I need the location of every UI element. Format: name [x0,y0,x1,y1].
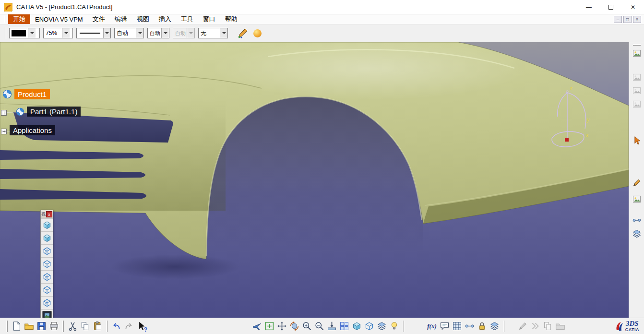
painting-icon[interactable] [632,194,642,204]
shading-icon[interactable] [41,218,53,231]
undo-button[interactable] [110,320,122,333]
menu-insert[interactable]: 插入 [154,14,176,24]
chevron-down-icon[interactable] [136,28,143,38]
render-style-icon-2 [632,85,642,96]
color-combo[interactable] [9,28,40,38]
customize-view-icon[interactable] [41,309,53,318]
rotate-button[interactable] [288,320,300,333]
thickness-combo[interactable]: 自动 [114,28,144,38]
analysis-icon[interactable] [632,228,642,239]
lock-button[interactable] [476,320,488,333]
toolbar-grip[interactable] [62,321,64,332]
menu-edit[interactable]: 编辑 [110,14,132,24]
wireframe-dashed-icon[interactable] [41,296,53,309]
3d-scene[interactable] [0,42,629,318]
zoom-input[interactable] [44,30,62,36]
new-document-button[interactable] [10,320,23,333]
shading-view-button[interactable] [350,320,363,333]
sketch-tracer-icon[interactable] [632,178,642,188]
visualization-icon[interactable] [632,48,642,59]
chevron-down-icon[interactable] [161,28,169,38]
zoom-out-button[interactable] [313,320,325,333]
expand-applications-button[interactable] [1,129,7,134]
point-style-combo[interactable]: 自动 [147,28,169,38]
tree-node-part1[interactable]: Part1 (Part1.1) [15,107,81,117]
hide-show-button[interactable] [375,320,388,333]
structure-button[interactable] [488,320,501,333]
compass-origin-point[interactable] [565,138,569,142]
constraints-icon[interactable] [632,215,642,226]
toolbar-grip[interactable] [403,321,404,332]
fly-mode-button[interactable] [250,320,263,333]
menu-enovia[interactable]: ENOVIA V5 VPM [30,15,88,24]
table-button[interactable] [451,320,463,333]
toolbar-grip[interactable] [5,27,6,39]
chevron-down-icon[interactable] [28,28,36,38]
paste-button[interactable] [91,320,104,333]
mdi-minimize-button[interactable]: – [614,16,622,23]
chevron-down-icon[interactable] [62,28,70,38]
zoom-combo[interactable] [43,28,73,38]
mdi-close-button[interactable]: × [633,16,641,23]
open-button[interactable] [23,320,35,333]
wireframe-icon[interactable] [41,257,53,270]
wireframe-view-button[interactable] [363,320,375,333]
tree-connector-line [4,100,4,131]
close-button[interactable]: ✕ [622,0,644,14]
whats-this-button[interactable]: ? [135,320,147,333]
menu-file[interactable]: 文件 [88,14,110,24]
menu-bar: 开始 ENOVIA V5 VPM 文件 编辑 视图 插入 工具 窗口 帮助 – … [0,14,644,24]
annotation-button[interactable] [438,320,451,333]
menu-help[interactable]: 帮助 [220,14,242,24]
tree-node-applications[interactable]: Applications [10,125,55,135]
print-button[interactable] [48,320,60,333]
toolbar-grip[interactable] [633,44,641,46]
knowledge-fx-button[interactable]: f(x) [426,320,438,333]
pan-button[interactable] [275,320,288,333]
select-pointer-icon[interactable] [632,135,642,146]
quick-shading-icon[interactable] [41,283,53,296]
fit-all-in-button[interactable] [263,320,275,333]
shading-edges-hidden-icon[interactable] [41,244,53,257]
logo-brand: 3DS [626,320,639,328]
copy-button[interactable] [79,320,91,333]
chevron-down-icon[interactable] [220,28,227,38]
tree-label-product1[interactable]: Product1 [14,89,50,99]
save-button[interactable] [35,320,48,333]
maximize-button[interactable] [600,0,622,14]
normal-view-button[interactable] [325,320,338,333]
menu-start[interactable]: 开始 [8,14,30,24]
toolbar-grip[interactable] [106,321,107,332]
chevron-down-icon[interactable] [103,28,110,38]
minimize-button[interactable]: — [578,0,600,14]
palette-header[interactable]: 视 x [41,210,53,218]
fx-label: f(x) [427,322,437,330]
cut-button[interactable] [66,320,79,333]
multi-view-button[interactable] [338,320,350,333]
palette-close-button[interactable]: x [46,211,52,217]
menu-tools[interactable]: 工具 [176,14,198,24]
shading-edges-icon[interactable] [41,231,53,244]
layer-combo[interactable]: 无 [198,28,228,38]
mdi-restore-button[interactable]: □ [623,16,632,23]
tree-label-part1[interactable]: Part1 (Part1.1) [27,107,81,117]
tree-node-product1[interactable]: Product1 [2,89,50,99]
hidden-line-removal-icon[interactable] [41,270,53,283]
toolbar-grip[interactable] [503,321,504,332]
linetype-combo[interactable] [76,28,111,38]
menu-window[interactable]: 窗口 [198,14,220,24]
relations-button[interactable] [463,320,476,333]
window-title: CATIA V5 - [Product1.CATProduct] [16,3,112,11]
3d-compass[interactable]: z y x [537,83,597,155]
expand-part1-button[interactable] [1,110,7,116]
toolbar-grip[interactable] [6,321,8,332]
light-source-button[interactable] [388,320,400,333]
title-bar: CATIA V5 - [Product1.CATProduct] — ✕ [0,0,644,14]
material-sphere-icon[interactable] [253,29,262,37]
menu-grip[interactable] [4,16,5,23]
zoom-in-button[interactable] [300,320,313,333]
menu-view[interactable]: 视图 [132,14,154,24]
3d-viewport[interactable]: Product1 Part1 (Part1.1) Applications [0,42,629,318]
painter-brush-icon[interactable] [237,27,249,39]
tree-label-applications[interactable]: Applications [10,125,55,135]
